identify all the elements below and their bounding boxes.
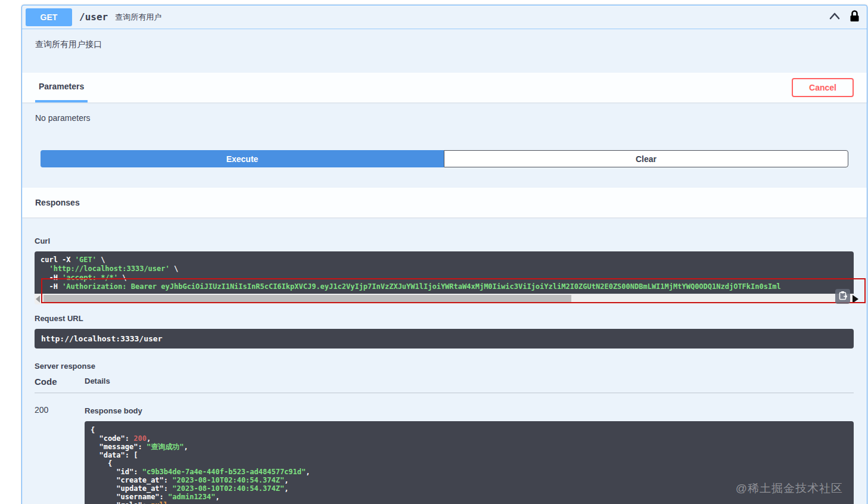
copy-to-clipboard-button[interactable] — [835, 289, 850, 304]
response-body-json: { "code": 200, "message": "查询成功", "data"… — [85, 421, 854, 504]
server-response-label: Server response — [35, 362, 854, 371]
operation-block-get-user: GET /user 查询所有用户 查询所有用户接口 Parameters Can… — [21, 5, 867, 504]
endpoint-summary: 查询所有用户 — [115, 12, 161, 23]
lock-icon — [850, 10, 860, 24]
request-url-label: Request URL — [35, 314, 854, 323]
details-column-header: Details — [85, 377, 854, 387]
code-column-header: Code — [35, 377, 85, 387]
collapse-button[interactable] — [828, 11, 841, 23]
endpoint-path: /user — [79, 11, 108, 23]
no-parameters-message: No parameters — [22, 102, 867, 150]
curl-label: Curl — [35, 237, 854, 245]
clipboard-icon — [838, 291, 847, 302]
endpoint-description: 查询所有用户接口 — [22, 29, 867, 73]
request-url-value: http://localhost:3333/user — [35, 329, 854, 349]
response-row: 200 Response body { "code": 200, "messag… — [35, 393, 854, 504]
tab-parameters[interactable]: Parameters — [35, 73, 88, 102]
scrollbar-thumb[interactable] — [43, 295, 571, 303]
response-body-label: Response body — [85, 406, 854, 415]
clear-button[interactable]: Clear — [444, 150, 848, 167]
operation-summary[interactable]: GET /user 查询所有用户 — [22, 5, 867, 29]
responses-section-header: Responses — [22, 188, 867, 217]
http-method-badge: GET — [26, 8, 72, 26]
status-code: 200 — [35, 405, 85, 504]
responses-body: Curl curl -X 'GET' \ 'http://localhost:3… — [22, 237, 867, 504]
response-body-wrapper: { "code": 200, "message": "查询成功", "data"… — [85, 421, 854, 504]
horizontal-scrollbar[interactable] — [35, 294, 854, 304]
response-details: Response body { "code": 200, "message": … — [85, 405, 854, 504]
execute-button-row: Execute Clear — [22, 150, 867, 188]
scroll-right-icon[interactable] — [853, 295, 858, 303]
execute-button[interactable]: Execute — [41, 150, 444, 167]
cancel-button[interactable]: Cancel — [792, 78, 854, 97]
curl-command: curl -X 'GET' \ 'http://localhost:3333/u… — [35, 251, 854, 294]
curl-wrapper: curl -X 'GET' \ 'http://localhost:3333/u… — [35, 251, 854, 304]
chevron-up-icon — [828, 11, 841, 23]
responses-title: Responses — [35, 198, 80, 207]
scroll-left-icon[interactable] — [36, 295, 40, 303]
authorize-button[interactable] — [850, 10, 860, 24]
parameters-section-header: Parameters Cancel — [22, 73, 867, 102]
response-table-header: Code Details — [35, 377, 854, 393]
